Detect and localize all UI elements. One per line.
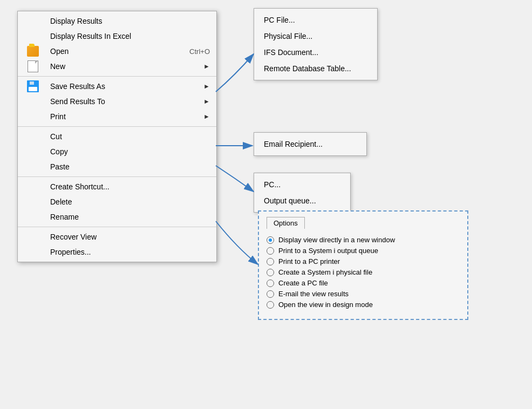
radio-option-0[interactable]: Display view directly in a new window — [267, 236, 460, 244]
radio-label-6: Open the view in design mode — [278, 301, 373, 309]
submenu-ifs-document[interactable]: IFS Document... — [254, 44, 377, 60]
submenu-output-queue[interactable]: Output queue... — [254, 193, 350, 209]
submenu-physical-file[interactable]: Physical File... — [254, 28, 377, 44]
divider-2 — [18, 126, 216, 127]
menu-item-send-results-to[interactable]: Send Results To ► — [18, 94, 216, 109]
radio-options-list: Display view directly in a new windowPri… — [267, 236, 460, 309]
divider-1 — [18, 76, 216, 77]
divider-3 — [18, 176, 216, 177]
menu-item-display-results[interactable]: Display Results — [18, 13, 216, 29]
options-panel: Options Display view directly in a new w… — [258, 210, 468, 320]
submenu-remote-database-table[interactable]: Remote Database Table... — [254, 60, 377, 77]
menu-item-new[interactable]: New ► — [18, 59, 216, 74]
radio-circle-5 — [267, 290, 274, 298]
radio-option-2[interactable]: Print to a PC printer — [267, 257, 460, 265]
menu-item-open[interactable]: Open Ctrl+O — [18, 44, 216, 59]
menu-item-rename[interactable]: Rename — [18, 209, 216, 224]
radio-label-1: Print to a System i output queue — [278, 247, 378, 255]
radio-circle-0 — [267, 236, 274, 244]
print-submenu: PC... Output queue... — [254, 173, 351, 213]
radio-circle-6 — [267, 301, 274, 309]
options-tab[interactable]: Options — [267, 217, 305, 229]
radio-label-0: Display view directly in a new window — [278, 236, 395, 244]
new-icon — [22, 60, 44, 73]
menu-item-cut[interactable]: Cut — [18, 129, 216, 144]
divider-4 — [18, 227, 216, 227]
menu-item-print[interactable]: Print ► — [18, 109, 216, 124]
radio-circle-1 — [267, 247, 274, 255]
submenu-email-recipient[interactable]: Email Recipient... — [254, 136, 366, 152]
menu-item-recover-view[interactable]: Recover View — [18, 229, 216, 244]
radio-circle-4 — [267, 280, 274, 287]
radio-option-3[interactable]: Create a System i physical file — [267, 268, 460, 276]
menu-item-save-results-as[interactable]: Save Results As ► — [18, 79, 216, 94]
menu-item-properties[interactable]: Properties... — [18, 244, 216, 260]
radio-label-5: E-mail the view results — [278, 290, 349, 298]
menu-item-paste[interactable]: Paste — [18, 159, 216, 174]
save-icon — [22, 80, 44, 93]
submenu-print-pc[interactable]: PC... — [254, 176, 350, 193]
menu-item-display-results-excel[interactable]: Display Results In Excel — [18, 29, 216, 44]
radio-label-3: Create a System i physical file — [278, 268, 372, 276]
radio-circle-2 — [267, 258, 274, 265]
context-menu: Display Results Display Results In Excel… — [17, 11, 217, 262]
send-results-submenu: Email Recipient... — [254, 132, 367, 156]
radio-circle-3 — [267, 269, 274, 276]
menu-item-create-shortcut[interactable]: Create Shortcut... — [18, 179, 216, 194]
radio-label-2: Print to a PC printer — [278, 257, 340, 265]
submenu-pc-file[interactable]: PC File... — [254, 12, 377, 28]
menu-item-copy[interactable]: Copy — [18, 144, 216, 159]
menu-item-delete[interactable]: Delete — [18, 194, 216, 209]
radio-option-6[interactable]: Open the view in design mode — [267, 301, 460, 309]
radio-option-1[interactable]: Print to a System i output queue — [267, 247, 460, 255]
open-icon — [22, 45, 44, 58]
radio-option-4[interactable]: Create a PC file — [267, 279, 460, 287]
new-submenu: PC File... Physical File... IFS Document… — [254, 8, 378, 80]
radio-option-5[interactable]: E-mail the view results — [267, 290, 460, 298]
radio-label-4: Create a PC file — [278, 279, 328, 287]
